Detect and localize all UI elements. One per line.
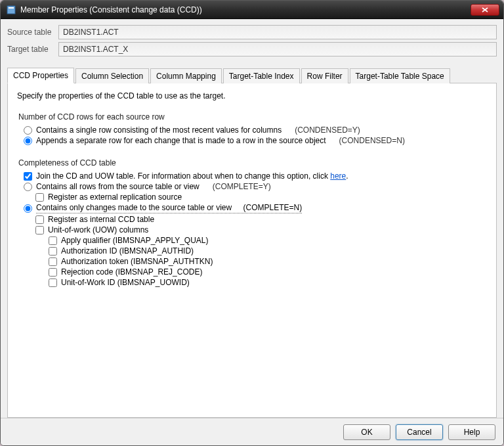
rows-condensed-y-radio[interactable] <box>24 126 32 135</box>
uow-authtkn-label: Authorization token (IBMSNAP_AUTHTKN) <box>61 257 213 266</box>
cancel-button[interactable]: Cancel <box>396 424 443 440</box>
ok-button[interactable]: OK <box>343 424 390 440</box>
complete-n-suffix: (COMPLETE=N) <box>243 203 303 212</box>
titlebar[interactable]: Member Properties (Consistent change dat… <box>1 1 503 19</box>
tab-row-filter[interactable]: Row Filter <box>301 68 348 83</box>
rows-condensed-n-radio[interactable] <box>24 137 32 145</box>
app-icon <box>6 5 16 15</box>
join-cd-uow-label: Join the CD and UOW table. For informati… <box>36 171 348 181</box>
complete-y-label: Contains all rows from the source table … <box>36 182 200 191</box>
complete-n-text: Contains only changes made to the source… <box>36 203 232 212</box>
tab-strip: CCD Properties Column Selection Column M… <box>7 67 497 83</box>
dialog-body: Source table Target table CCD Properties… <box>1 19 503 418</box>
svg-rect-0 <box>7 6 15 14</box>
tab-column-selection[interactable]: Column Selection <box>75 68 149 83</box>
tab-column-mapping[interactable]: Column Mapping <box>150 68 222 83</box>
uow-rejcode-label: Rejection code (IBMSNAP_REJ_CODE) <box>61 267 202 277</box>
register-internal-checkbox[interactable] <box>35 215 44 224</box>
rows-group-title: Number of CCD rows for each source row <box>18 112 487 122</box>
help-button[interactable]: Help <box>448 424 495 440</box>
complete-y-radio[interactable] <box>24 183 32 191</box>
source-table-input[interactable] <box>58 25 497 39</box>
join-label-post: . <box>346 171 348 181</box>
register-internal-label: Register as internal CCD table <box>48 215 154 224</box>
window-title: Member Properties (Consistent change dat… <box>20 5 471 14</box>
rows-condensed-n-suffix: (CONDENSED=N) <box>339 136 405 145</box>
rows-condensed-n-label: Appends a separate row for each change t… <box>36 136 326 145</box>
rows-condensed-y-label: Contains a single row consisting of the … <box>36 125 282 135</box>
source-table-label: Source table <box>7 28 58 37</box>
join-here-link[interactable]: here <box>330 171 346 181</box>
complete-y-suffix: (COMPLETE=Y) <box>213 182 271 191</box>
uow-authtkn-checkbox[interactable] <box>49 257 57 266</box>
ccd-intro-text: Specify the properties of the CCD table … <box>17 91 487 100</box>
uow-apply-qualifier-checkbox[interactable] <box>49 236 57 245</box>
uow-columns-checkbox[interactable] <box>35 226 44 234</box>
uow-authid-label: Authorization ID (IBMSNAP_AUTHID) <box>61 246 194 256</box>
dialog-window: Member Properties (Consistent change dat… <box>0 0 504 446</box>
uow-uowid-label: Unit-of-Work ID (IBMSNAP_UOWID) <box>61 278 190 287</box>
uow-authid-checkbox[interactable] <box>49 247 57 256</box>
target-table-label: Target table <box>7 45 58 54</box>
complete-group-title: Completeness of CCD table <box>18 158 487 167</box>
complete-n-label: Contains only changes made to the source… <box>36 203 302 213</box>
uow-apply-qualifier-label: Apply qualifier (IBMSNAP_APPLY_QUAL) <box>61 236 209 245</box>
complete-n-radio[interactable] <box>24 204 32 213</box>
target-table-input[interactable] <box>58 42 497 56</box>
tab-target-table-space[interactable]: Target-Table Table Space <box>350 68 450 83</box>
join-cd-uow-checkbox[interactable] <box>24 172 32 181</box>
uow-columns-label: Unit-of-work (UOW) columns <box>48 225 148 234</box>
uow-uowid-checkbox[interactable] <box>49 279 57 287</box>
dialog-footer: OK Cancel Help <box>1 418 503 445</box>
close-button[interactable] <box>471 4 499 16</box>
join-label-pre: Join the CD and UOW table. For informati… <box>36 171 330 181</box>
tab-panel-ccd: Specify the properties of the CCD table … <box>7 83 497 418</box>
register-external-label: Register as external replication source <box>48 192 182 202</box>
uow-rejcode-checkbox[interactable] <box>49 268 57 277</box>
rows-condensed-y-suffix: (CONDENSED=Y) <box>295 125 360 135</box>
tab-ccd-properties[interactable]: CCD Properties <box>7 68 74 83</box>
register-external-checkbox[interactable] <box>35 193 44 202</box>
tab-target-table-index[interactable]: Target-Table Index <box>223 68 300 83</box>
svg-rect-1 <box>9 7 14 9</box>
